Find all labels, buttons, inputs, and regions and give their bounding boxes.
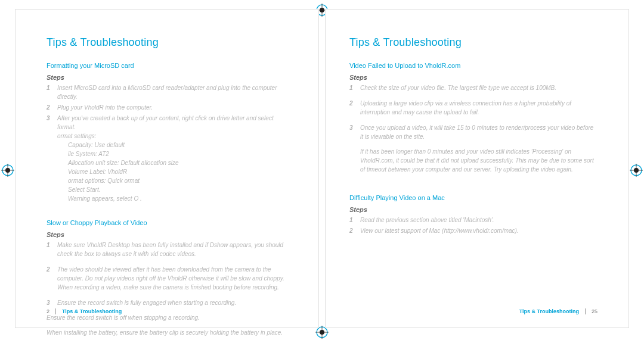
- step-text: Read the previous section above titled '…: [360, 216, 596, 224]
- step-number: 2: [349, 226, 355, 235]
- step-row: 2 Uploading a large video clip via a wir…: [349, 99, 596, 117]
- section-heading-slow-playback: Slow or Choppy Playback of Video: [47, 219, 292, 226]
- body-paragraph: If it has been longer than 0 minutes and…: [360, 147, 596, 174]
- steps-label: Steps: [349, 206, 596, 213]
- step-text: The video should be viewed after it has …: [57, 265, 292, 292]
- format-setting: Select Start.: [68, 185, 292, 194]
- step-row: 1 Make sure VholdR Desktop has been full…: [47, 241, 292, 258]
- step-number: 1: [349, 216, 355, 224]
- step-text: Ensure the record switch is fully engage…: [57, 298, 292, 307]
- step-number: 3: [349, 123, 355, 141]
- step-text: Plug your VholdR into the computer.: [57, 103, 292, 112]
- step-row: 3 Ensure the record switch is fully enga…: [47, 298, 292, 307]
- page-footer-right: Tips & Troubleshooting 25: [519, 308, 597, 314]
- step-row: 2 View our latest support of Mac (http:/…: [349, 226, 596, 235]
- page-title: Tips & Troubleshooting: [349, 36, 596, 49]
- format-setting: Allocation unit size: Default allocation…: [68, 158, 292, 167]
- step-row: 2 Plug your VholdR into the computer.: [47, 103, 292, 112]
- section-heading-format-sd: Formatting your MicroSD card: [47, 62, 292, 69]
- format-settings-label: ormat settings:: [57, 133, 97, 139]
- step-number: 3: [47, 298, 52, 307]
- step-number: 1: [47, 241, 52, 258]
- format-setting: Volume Label: VholdR: [68, 167, 292, 176]
- page-number: 25: [592, 308, 597, 314]
- footer-divider: [585, 308, 586, 314]
- step-row: 2 The video should be viewed after it ha…: [47, 265, 292, 292]
- footer-divider: [55, 308, 56, 314]
- footer-section-label: Tips & Troubleshooting: [62, 308, 122, 314]
- step-number: 1: [47, 83, 52, 101]
- registration-mark-left: [1, 164, 14, 177]
- step-line: The video should be viewed after it has …: [57, 266, 284, 282]
- step-text: View our latest support of Mac (http://w…: [360, 226, 596, 235]
- steps-label: Steps: [47, 231, 292, 238]
- body-paragraph: When installing the battery, ensure the …: [47, 328, 292, 337]
- step-row: 3 After you've created a back up of your…: [47, 114, 292, 203]
- steps-label: Steps: [47, 74, 292, 81]
- footer-section-label: Tips & Troubleshooting: [519, 308, 579, 314]
- step-row: 3 Once you upload a video, it will take …: [349, 123, 596, 141]
- format-setting: ile System: AT2: [68, 149, 292, 158]
- step-text: Insert MicroSD card into a MicroSD card …: [57, 83, 292, 101]
- step-row: 1 Insert MicroSD card into a MicroSD car…: [47, 83, 292, 101]
- step-row: 1 Read the previous section above titled…: [349, 216, 596, 224]
- page-footer-left: 2 Tips & Troubleshooting: [47, 308, 122, 314]
- step-text: Uploading a large video clip via a wirel…: [360, 99, 596, 117]
- step-number: 2: [349, 99, 355, 117]
- body-paragraph: Ensure the record switch is off when sto…: [47, 313, 292, 322]
- format-setting: Warning appears, select O .: [68, 194, 292, 203]
- page-number: 2: [47, 308, 49, 314]
- step-text: Make sure VholdR Desktop has been fully …: [57, 241, 292, 258]
- step-row: 1 Check the size of your video file. The…: [349, 83, 596, 92]
- page-left: Tips & Troubleshooting Formatting your M…: [15, 9, 319, 328]
- step-line: When recording a video, make sure the ca…: [57, 284, 279, 291]
- step-text: Check the size of your video file. The l…: [360, 83, 596, 92]
- page-title: Tips & Troubleshooting: [47, 36, 292, 49]
- format-setting: ormat options: Quick ormat: [68, 176, 292, 185]
- section-heading-upload-fail: Video Failed to Upload to VholdR.com: [349, 62, 596, 69]
- format-setting: Capacity: Use default: [68, 141, 292, 149]
- step-number: 2: [47, 103, 52, 112]
- step-line: After you've created a back up of your c…: [57, 115, 274, 130]
- step-number: 3: [47, 114, 52, 203]
- registration-mark-right: [630, 164, 643, 177]
- step-text: After you've created a back up of your c…: [57, 114, 292, 203]
- step-text: Once you upload a video, it will take 15…: [360, 123, 596, 141]
- section-heading-mac-playback: Difficulty Playing Video on a Mac: [349, 194, 596, 201]
- step-number: 2: [47, 265, 52, 292]
- page-right: Tips & Troubleshooting Video Failed to U…: [325, 9, 629, 328]
- step-number: 1: [349, 83, 355, 92]
- steps-label: Steps: [349, 74, 596, 81]
